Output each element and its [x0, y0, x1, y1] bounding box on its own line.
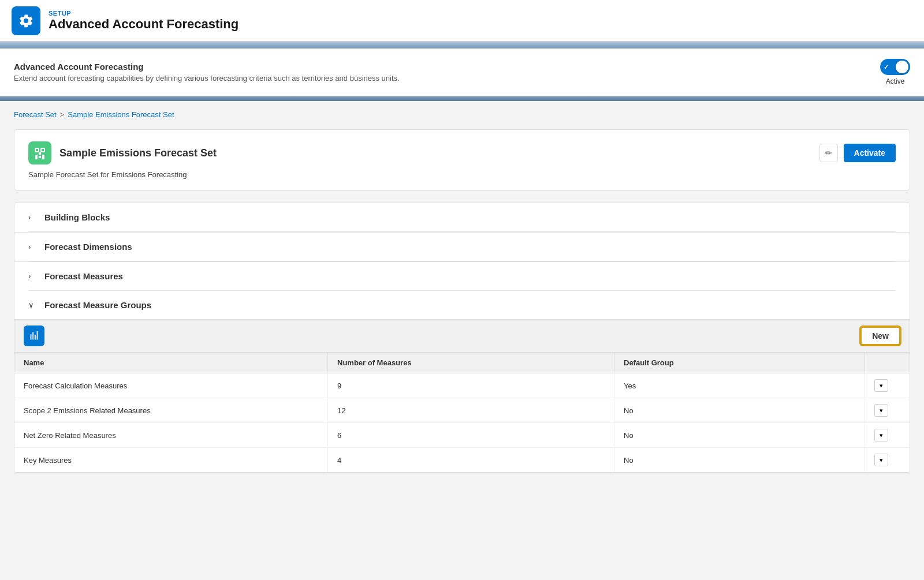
pencil-icon: ✏: [825, 148, 832, 158]
blue-band-bottom: [0, 96, 924, 101]
row-default: No: [614, 448, 865, 473]
chevron-right-icon: ›: [28, 213, 38, 222]
main-content: Forecast Set > Sample Emissions Forecast…: [0, 101, 924, 566]
blue-band: [0, 42, 924, 48]
row-default: No: [614, 423, 865, 448]
feature-section: Advanced Account Forecasting Extend acco…: [0, 48, 924, 96]
measure-groups-table: Name Number of Measures Default Group Fo…: [14, 353, 910, 472]
breadcrumb: Forecast Set > Sample Emissions Forecast…: [14, 110, 910, 119]
forecast-description: Sample Forecast Set for Emissions Foreca…: [28, 170, 896, 179]
new-button[interactable]: New: [860, 327, 900, 345]
table-row: Key Measures 4 No ▾: [14, 448, 910, 473]
col-header-default: Default Group: [614, 353, 865, 373]
page-title: Advanced Account Forecasting: [49, 17, 239, 32]
section-forecast-measure-groups[interactable]: ∨ Forecast Measure Groups: [14, 291, 910, 320]
row-measures: 4: [328, 448, 614, 473]
app-header: SETUP Advanced Account Forecasting: [0, 0, 924, 42]
chevron-down-icon: ∨: [28, 301, 38, 309]
row-dropdown-button[interactable]: ▾: [874, 404, 888, 417]
breadcrumb-separator: >: [60, 110, 65, 119]
table-toolbar: New: [14, 320, 910, 353]
col-header-measures: Number of Measures: [328, 353, 614, 373]
section-label-forecast-dimensions: Forecast Dimensions: [44, 242, 132, 252]
row-action: ▾: [865, 423, 910, 448]
active-toggle[interactable]: [880, 59, 910, 75]
forecast-icon: [28, 141, 51, 164]
gear-icon: [18, 13, 34, 29]
table-area: New Name Number of Measures Default Grou…: [14, 320, 910, 472]
forecast-actions: ✏ Activate: [819, 144, 896, 162]
forecast-card-header: Sample Emissions Forecast Set ✏ Activate: [28, 141, 896, 164]
breadcrumb-parent-link[interactable]: Forecast Set: [14, 110, 57, 119]
row-default: Yes: [614, 373, 865, 398]
table-row: Forecast Calculation Measures 9 Yes ▾: [14, 373, 910, 398]
bar-chart-icon: [28, 330, 40, 342]
row-dropdown-button[interactable]: ▾: [874, 454, 888, 466]
header-text: SETUP Advanced Account Forecasting: [49, 10, 239, 32]
toggle-label: Active: [886, 77, 905, 85]
section-label-forecast-measures: Forecast Measures: [44, 271, 123, 281]
section-building-blocks[interactable]: › Building Blocks: [14, 203, 910, 231]
row-dropdown-button[interactable]: ▾: [874, 429, 888, 441]
row-measures: 12: [328, 398, 614, 423]
forecast-set-title: Sample Emissions Forecast Set: [59, 147, 217, 159]
toggle-knob: [896, 61, 908, 73]
row-action: ▾: [865, 448, 910, 473]
setup-label: SETUP: [49, 10, 239, 17]
row-default: No: [614, 398, 865, 423]
sections-container: › Building Blocks › Forecast Dimensions …: [14, 203, 910, 473]
edit-button[interactable]: ✏: [819, 144, 838, 162]
row-measures: 9: [328, 373, 614, 398]
feature-text: Advanced Account Forecasting Extend acco…: [14, 62, 400, 83]
activate-button[interactable]: Activate: [844, 144, 896, 162]
table-row: Net Zero Related Measures 6 No ▾: [14, 423, 910, 448]
binoculars-icon: [33, 146, 47, 160]
toggle-container: Active: [880, 59, 910, 85]
forecast-card-title: Sample Emissions Forecast Set: [28, 141, 217, 164]
chevron-right-icon-2: ›: [28, 242, 38, 251]
forecast-card: Sample Emissions Forecast Set ✏ Activate…: [14, 129, 910, 191]
row-action: ▾: [865, 373, 910, 398]
row-name: Net Zero Related Measures: [14, 423, 328, 448]
row-dropdown-button[interactable]: ▾: [874, 379, 888, 392]
row-name: Forecast Calculation Measures: [14, 373, 328, 398]
section-forecast-measures[interactable]: › Forecast Measures: [14, 261, 910, 290]
row-measures: 6: [328, 423, 614, 448]
section-label-building-blocks: Building Blocks: [44, 212, 110, 222]
col-header-name: Name: [14, 353, 328, 373]
feature-title: Advanced Account Forecasting: [14, 62, 400, 72]
section-label-forecast-measure-groups: Forecast Measure Groups: [44, 300, 151, 310]
col-header-action: [865, 353, 910, 373]
row-name: Key Measures: [14, 448, 328, 473]
app-icon: [12, 6, 40, 35]
chevron-right-icon-3: ›: [28, 272, 38, 280]
row-name: Scope 2 Emissions Related Measures: [14, 398, 328, 423]
breadcrumb-current-link[interactable]: Sample Emissions Forecast Set: [68, 110, 174, 119]
table-icon: [24, 325, 44, 346]
table-row: Scope 2 Emissions Related Measures 12 No…: [14, 398, 910, 423]
section-forecast-dimensions[interactable]: › Forecast Dimensions: [14, 232, 910, 261]
feature-description: Extend account forecasting capabilities …: [14, 74, 400, 83]
row-action: ▾: [865, 398, 910, 423]
